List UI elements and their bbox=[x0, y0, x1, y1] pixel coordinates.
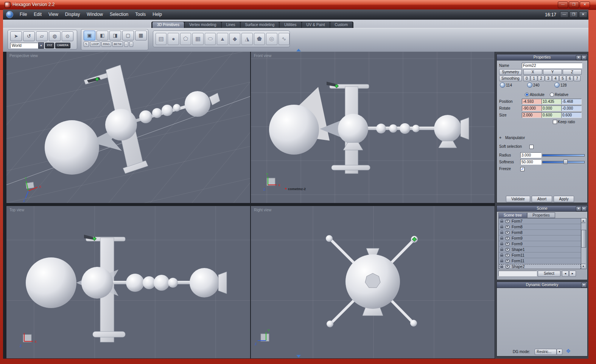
lock-icon[interactable] bbox=[500, 221, 503, 223]
radius-slider[interactable] bbox=[542, 154, 585, 156]
face-select-tool-button[interactable]: ▱ bbox=[36, 31, 48, 41]
eye-icon[interactable] bbox=[505, 265, 510, 268]
smoothing-level-1[interactable]: 1 bbox=[531, 76, 537, 81]
collapse-icon[interactable]: ▼ bbox=[576, 55, 581, 60]
absolute-radio[interactable] bbox=[525, 93, 529, 97]
ring-button[interactable]: RING bbox=[101, 42, 111, 47]
lock-icon[interactable] bbox=[500, 238, 503, 240]
list-item[interactable]: Form11 bbox=[499, 258, 581, 264]
splitter-handle-bottom[interactable] bbox=[296, 355, 301, 358]
select-edges-mode-button[interactable]: ◧ bbox=[96, 31, 108, 40]
lock-icon[interactable] bbox=[500, 243, 503, 245]
list-item[interactable]: Form11 bbox=[499, 252, 581, 258]
rotate-y-field[interactable]: 0.000 bbox=[542, 105, 562, 111]
rotate-view-tool-button[interactable]: ↺ bbox=[23, 31, 35, 41]
primitive-polyhedron-button[interactable]: ⬟ bbox=[254, 33, 265, 45]
list-item[interactable]: Form7 bbox=[499, 218, 581, 224]
menu-selection[interactable]: Selection bbox=[106, 9, 132, 20]
soft-selection-checkbox[interactable] bbox=[529, 145, 534, 149]
keep-ratio-checkbox[interactable] bbox=[553, 120, 557, 124]
lock-icon[interactable] bbox=[500, 232, 503, 234]
size-x-field[interactable]: 2.000 bbox=[522, 112, 542, 118]
collapse-icon[interactable]: ▼ bbox=[576, 206, 581, 211]
lock-icon[interactable] bbox=[500, 266, 503, 268]
list-item[interactable]: Shape1 bbox=[499, 247, 581, 252]
close-icon[interactable]: ✕ bbox=[581, 206, 587, 211]
eye-icon[interactable] bbox=[505, 242, 510, 246]
chevron-down-icon[interactable]: ▼ bbox=[38, 42, 44, 49]
world-space-value[interactable]: World bbox=[10, 43, 38, 48]
eye-icon[interactable] bbox=[505, 259, 510, 263]
primitive-diamond-button[interactable]: ◆ bbox=[229, 33, 240, 45]
eye-icon[interactable] bbox=[505, 248, 510, 251]
size-y-field[interactable]: 0.600 bbox=[542, 112, 562, 118]
paint-select-button[interactable]: ✎ bbox=[84, 42, 89, 47]
between-button[interactable]: BETW bbox=[112, 42, 123, 47]
app-maximize-button[interactable]: ❐ bbox=[570, 11, 578, 18]
scene-next-button[interactable]: ► bbox=[569, 271, 576, 277]
radius-field[interactable]: 3.000 bbox=[520, 152, 542, 158]
select-button[interactable]: Select bbox=[538, 271, 560, 277]
smoothing-button[interactable]: Smoothing bbox=[499, 76, 522, 81]
primitive-geodesic-button[interactable]: ⬠ bbox=[180, 33, 191, 45]
softness-field[interactable]: 50.000 bbox=[520, 159, 542, 165]
scroll-up-icon[interactable]: ▲ bbox=[581, 218, 585, 223]
app-close-button[interactable]: ✕ bbox=[579, 11, 587, 18]
lock-icon[interactable] bbox=[500, 260, 503, 262]
dg-mode-dropdown[interactable]: Restric... bbox=[535, 349, 557, 355]
primitive-cube-button[interactable]: ▧ bbox=[156, 33, 167, 45]
validate-button[interactable]: Validate bbox=[506, 196, 530, 202]
smoothing-level-7[interactable]: 7 bbox=[574, 76, 580, 81]
lock-icon[interactable] bbox=[500, 226, 503, 228]
tab-uv-paint[interactable]: UV & Paint bbox=[302, 22, 330, 28]
primitive-cone-button[interactable]: ▲ bbox=[217, 33, 228, 45]
tab-scene-properties[interactable]: Properties bbox=[527, 212, 555, 218]
smoothing-level-3[interactable]: 3 bbox=[545, 76, 552, 81]
position-y-field[interactable]: 10.435 bbox=[542, 99, 562, 104]
menu-view[interactable]: View bbox=[45, 9, 62, 20]
primitive-torus-button[interactable]: ◎ bbox=[266, 33, 277, 45]
position-x-field[interactable]: -4.593 bbox=[522, 99, 542, 104]
scene-filter-input[interactable] bbox=[498, 271, 537, 276]
tab-custom[interactable]: Custom bbox=[330, 22, 352, 28]
xyz-button[interactable]: XYZ bbox=[45, 43, 54, 48]
menu-tools[interactable]: Tools bbox=[132, 9, 149, 20]
eye-icon[interactable] bbox=[505, 220, 510, 223]
viewport-front[interactable]: Y X Z cometmz-2 Front view bbox=[251, 52, 495, 203]
menu-window[interactable]: Window bbox=[83, 9, 106, 20]
tab-utilities[interactable]: Utilities bbox=[280, 22, 301, 28]
primitive-cylinder-button[interactable]: ⬭ bbox=[205, 33, 216, 45]
eye-icon[interactable] bbox=[505, 225, 510, 229]
softness-slider-handle[interactable] bbox=[563, 160, 568, 164]
viewport-top[interactable]: X Z Top view bbox=[6, 206, 250, 358]
scene-prev-button[interactable]: ◄ bbox=[562, 271, 569, 277]
tab-vertex-modeling[interactable]: Vertex modeling bbox=[185, 22, 221, 28]
grow-selection-button[interactable]: ▫ bbox=[124, 42, 128, 47]
window-maximize-button[interactable]: ❐ bbox=[569, 2, 579, 8]
primitive-grid-button[interactable]: ▦ bbox=[192, 33, 203, 45]
select-faces-mode-button[interactable]: ◨ bbox=[109, 31, 121, 40]
list-item[interactable]: Form9 bbox=[499, 241, 581, 247]
scroll-thumb[interactable] bbox=[581, 230, 586, 248]
dynamic-geometry-titlebar[interactable]: Dynamic Geometry ▼ bbox=[497, 282, 587, 288]
primitive-spring-button[interactable]: ∿ bbox=[279, 33, 289, 45]
scene-scrollbar[interactable]: ▲ ▼ bbox=[581, 218, 587, 269]
viewport-perspective[interactable]: Y X Z Perspective view bbox=[6, 52, 250, 203]
properties-panel-titlebar[interactable]: Properties ▼ ✕ bbox=[497, 54, 587, 60]
window-minimize-button[interactable]: — bbox=[558, 2, 568, 8]
select-points-mode-button[interactable]: ▣ bbox=[84, 31, 95, 40]
symmetry-y-button[interactable]: Y bbox=[543, 69, 562, 75]
name-field[interactable]: Form22 bbox=[522, 63, 582, 68]
camera-button[interactable]: CAMERA bbox=[55, 43, 70, 48]
smoothing-level-0[interactable]: 0 bbox=[523, 76, 530, 81]
apply-button[interactable]: Apply bbox=[554, 196, 574, 202]
loop-button[interactable]: LOOP bbox=[90, 42, 100, 47]
select-object-mode-button[interactable]: ▢ bbox=[122, 31, 134, 40]
list-item[interactable]: Form8 bbox=[499, 224, 581, 230]
viewport-right[interactable]: Y Z Right view bbox=[251, 206, 495, 358]
size-z-field[interactable]: 0.600 bbox=[561, 112, 582, 118]
chevron-down-icon[interactable]: ▼ bbox=[557, 349, 562, 355]
tab-lines[interactable]: Lines bbox=[222, 22, 240, 28]
rotate-z-field[interactable]: -0.000 bbox=[561, 105, 582, 111]
top-canvas[interactable]: X Z bbox=[6, 206, 250, 358]
